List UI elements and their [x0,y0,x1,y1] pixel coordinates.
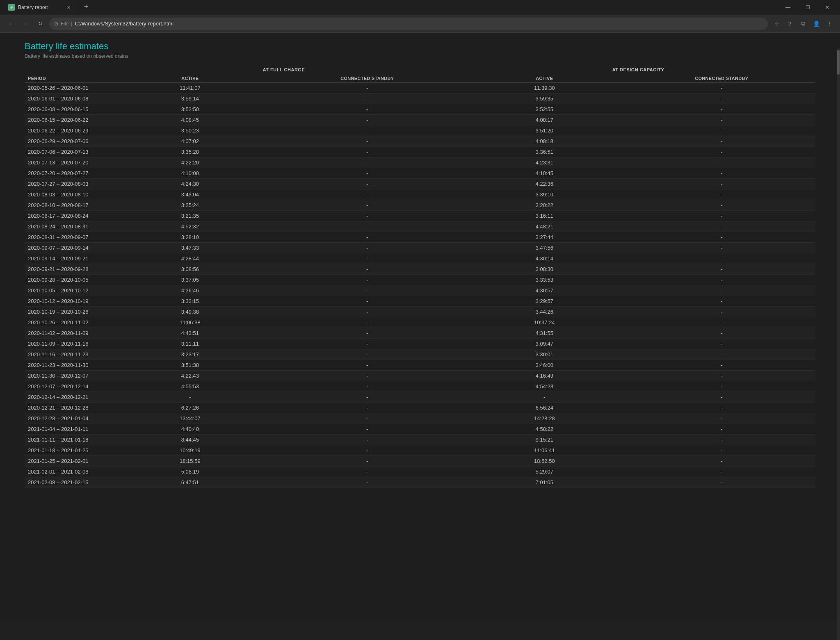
table-row: 2020-12-14 – 2020-12-21 - - - - [25,392,815,403]
col-fc-active: ACTIVE [107,74,274,83]
table-row: 2020-08-10 – 2020-08-17 3:25:24 - 3:20:2… [25,200,815,211]
cell-fc-active: 3:47:33 [107,243,274,253]
cell-period: 2020-07-27 – 2020-08-03 [25,179,107,189]
bookmark-icon[interactable]: ☆ [771,18,783,30]
cell-fc-active: 8:44:45 [107,435,274,445]
menu-icon[interactable]: ⋮ [824,18,835,30]
cell-fc-standby: - [274,189,461,200]
cell-period: 2020-08-10 – 2020-08-17 [25,200,107,211]
profile-icon[interactable]: 👤 [810,18,822,30]
cell-dc-standby: - [628,435,815,445]
cell-dc-active: 4:08:18 [461,136,628,147]
cell-period: 2021-01-18 – 2021-01-25 [25,445,107,456]
cell-dc-standby: - [628,243,815,253]
cell-dc-active: 3:27:44 [461,232,628,243]
help-icon[interactable]: ? [784,18,796,30]
table-row: 2020-06-29 – 2020-07-06 4:07:02 - 4:08:1… [25,136,815,147]
group-header-design-capacity: AT DESIGN CAPACITY [461,66,815,74]
cell-period: 2020-11-16 – 2020-11-23 [25,349,107,360]
active-tab[interactable]: ⚡ Battery report ✕ [3,0,77,14]
cell-period: 2020-12-07 – 2020-12-14 [25,381,107,392]
cell-fc-active: 6:47:51 [107,477,274,488]
minimize-button[interactable]: — [778,0,797,15]
cell-dc-standby: - [628,200,815,211]
table-row: 2020-09-14 – 2020-09-21 4:28:44 - 4:30:1… [25,253,815,264]
table-row: 2020-08-17 – 2020-08-24 3:21:35 - 3:16:1… [25,211,815,221]
cell-fc-standby: - [274,381,461,392]
scrollbar-thumb[interactable] [837,50,840,75]
cell-fc-active: 4:10:00 [107,168,274,179]
table-row: 2020-08-03 – 2020-08-10 3:43:04 - 3:39:1… [25,189,815,200]
cell-dc-active: 3:20:22 [461,200,628,211]
cell-fc-active: 4:36:46 [107,285,274,296]
table-row: 2020-06-01 – 2020-06-08 3:59:14 - 3:59:3… [25,93,815,104]
cell-dc-active: 4:10:45 [461,168,628,179]
cell-fc-active: 11:41:07 [107,83,274,93]
maximize-button[interactable]: ☐ [798,0,817,15]
page-subtitle: Battery life estimates based on observed… [25,53,815,59]
cell-fc-standby: - [274,467,461,477]
cell-fc-standby: - [274,200,461,211]
refresh-button[interactable]: ↻ [34,18,46,30]
cell-period: 2020-06-08 – 2020-06-15 [25,104,107,115]
cell-fc-active: 3:32:15 [107,296,274,307]
cell-fc-standby: - [274,93,461,104]
table-row: 2020-11-23 – 2020-11-30 3:51:38 - 3:46:0… [25,360,815,371]
table-row: 2020-10-12 – 2020-10-19 3:32:15 - 3:29:5… [25,296,815,307]
close-button[interactable]: ✕ [818,0,837,15]
cell-fc-active: 3:50:23 [107,125,274,136]
extensions-icon[interactable]: ⧉ [797,18,809,30]
table-row: 2020-08-31 – 2020-09-07 3:28:10 - 3:27:4… [25,232,815,243]
table-row: 2021-01-18 – 2021-01-25 10:49:19 - 11:06… [25,445,815,456]
cell-fc-standby: - [274,360,461,371]
new-tab-button[interactable]: + [80,1,92,13]
cell-period: 2020-09-14 – 2020-09-21 [25,253,107,264]
window-controls: — ☐ ✕ [778,0,837,15]
cell-fc-active: 18:15:59 [107,456,274,467]
cell-dc-active: 4:23:31 [461,157,628,168]
scrollbar-track[interactable] [837,48,840,640]
cell-dc-active: 4:58:22 [461,424,628,435]
cell-fc-active: 11:06:38 [107,317,274,328]
cell-dc-active: 4:22:36 [461,179,628,189]
cell-dc-standby: - [628,328,815,339]
cell-dc-standby: - [628,296,815,307]
cell-fc-active: 4:22:20 [107,157,274,168]
cell-dc-active: 3:59:35 [461,93,628,104]
cell-fc-active: 10:49:19 [107,445,274,456]
cell-dc-standby: - [628,93,815,104]
back-button[interactable]: ‹ [5,18,16,30]
cell-fc-active: 13:44:07 [107,413,274,424]
cell-dc-active: 3:51:20 [461,125,628,136]
title-bar: ⚡ Battery report ✕ + — ☐ ✕ [0,0,840,15]
table-row: 2021-01-11 – 2021-01-18 8:44:45 - 9:15:2… [25,435,815,445]
cell-period: 2020-06-29 – 2020-07-06 [25,136,107,147]
cell-period: 2021-01-25 – 2021-02-01 [25,456,107,467]
table-row: 2020-11-02 – 2020-11-09 4:43:51 - 4:31:5… [25,328,815,339]
forward-button[interactable]: › [20,18,31,30]
cell-dc-standby: - [628,104,815,115]
cell-fc-active: 3:59:14 [107,93,274,104]
cell-period: 2020-12-21 – 2020-12-28 [25,403,107,413]
address-bar[interactable]: ⊙ File | C:/Windows/System32/battery-rep… [49,18,768,30]
cell-fc-standby: - [274,232,461,243]
table-row: 2020-10-26 – 2020-11-02 11:06:38 - 10:37… [25,317,815,328]
cell-period: 2020-10-12 – 2020-10-19 [25,296,107,307]
table-row: 2020-07-27 – 2020-08-03 4:24:30 - 4:22:3… [25,179,815,189]
table-row: 2020-05-26 – 2020-06-01 11:41:07 - 11:39… [25,83,815,93]
cell-period: 2020-10-26 – 2020-11-02 [25,317,107,328]
cell-fc-standby: - [274,157,461,168]
table-row: 2020-06-15 – 2020-06-22 4:08:45 - 4:08:1… [25,115,815,125]
cell-period: 2020-12-28 – 2021-01-04 [25,413,107,424]
cell-fc-standby: - [274,296,461,307]
cell-dc-active: 18:52:50 [461,456,628,467]
cell-period: 2020-10-05 – 2020-10-12 [25,285,107,296]
cell-dc-standby: - [628,307,815,317]
cell-fc-active: 3:49:38 [107,307,274,317]
cell-period: 2020-06-01 – 2020-06-08 [25,93,107,104]
cell-fc-active: 4:55:53 [107,381,274,392]
cell-dc-active: 7:01:05 [461,477,628,488]
tab-close-button[interactable]: ✕ [65,4,72,11]
cell-period: 2020-11-23 – 2020-11-30 [25,360,107,371]
battery-table: AT FULL CHARGE AT DESIGN CAPACITY PERIOD… [25,66,815,488]
